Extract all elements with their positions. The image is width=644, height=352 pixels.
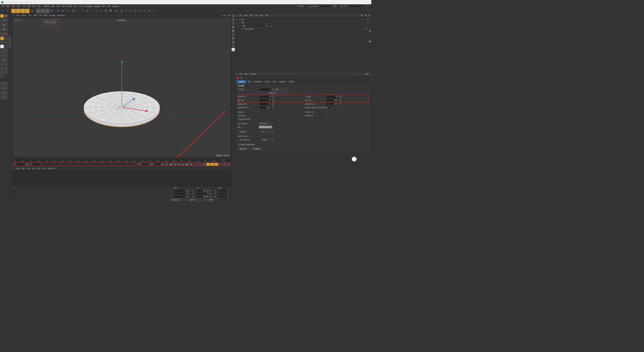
key-pla-toggle[interactable]: ◫ (222, 163, 226, 166)
field-menu[interactable]: ⊞ (95, 9, 99, 13)
spline-primitive[interactable]: 〰 (76, 9, 80, 13)
preview-min-field[interactable] (259, 103, 272, 105)
x-axis-lock[interactable]: Ⓧ (36, 9, 40, 13)
dock-icon-2[interactable]: ⊕ (232, 18, 235, 21)
dock-icon-6[interactable]: ◫ (232, 33, 235, 36)
apply-button[interactable]: 应用 (207, 198, 215, 201)
small-tool-10[interactable]: · (0, 67, 4, 70)
small-tool-14[interactable]: · (0, 75, 4, 78)
menu-spline[interactable]: 样条 (32, 5, 36, 8)
dock-icon-10[interactable]: ◉ (232, 48, 235, 51)
small-tool-8[interactable]: · (0, 63, 4, 66)
menu-create[interactable]: 创建 (12, 5, 15, 8)
om-menu-bookmarks[interactable]: 书签 (265, 14, 269, 17)
z-axis-lock[interactable]: Ⓩ (45, 9, 50, 13)
color-picker-icon[interactable]: ✎ (273, 126, 274, 128)
menu-mesh[interactable]: 网格 (27, 5, 30, 8)
vp-menu-redshift[interactable]: Redshift (49, 15, 55, 16)
mat-menu-material[interactable]: 材质 (37, 167, 41, 170)
goto-start-button[interactable]: ⏮ (165, 163, 169, 166)
size-z-field[interactable] (196, 195, 212, 198)
am-menu-mode[interactable]: 模式 (239, 73, 243, 75)
tb-extra-6[interactable]: ◎ (142, 9, 147, 13)
project-scale-field[interactable] (259, 88, 272, 91)
lod-render-checkbox[interactable] (328, 106, 330, 108)
layout-config-icon[interactable]: ⚙ (366, 4, 370, 8)
pos-z-field[interactable] (174, 195, 190, 198)
vp-menu-view[interactable]: 查看 (16, 14, 20, 17)
use-motion-checkbox[interactable]: ✔ (259, 118, 261, 120)
save-preset-button[interactable]: 保存预设... (251, 147, 263, 150)
am-hamburger-icon[interactable]: ≡ (236, 73, 237, 75)
min-time-field[interactable] (259, 99, 272, 102)
om-item-cloner[interactable]: ⊟⊞ 克隆 ✔◐ (236, 24, 275, 27)
coord-mode-dropdown[interactable]: 对象 (相对) (170, 198, 187, 201)
load-preset-button[interactable]: 载入预设... (238, 147, 250, 150)
snap-toggle-2[interactable]: S (0, 45, 4, 48)
om-menu-object[interactable]: 对象 (255, 14, 258, 17)
menu-insydium[interactable]: INSYDIUM (84, 6, 92, 7)
size-y-field[interactable] (196, 193, 212, 195)
om-search-icon[interactable]: 🔍 (361, 14, 363, 16)
small-tool-11[interactable]: · (4, 67, 8, 70)
modeling-menu[interactable]: ▣ (85, 9, 90, 13)
vp-nav-icon-1[interactable]: ⊙ (222, 14, 223, 16)
tab-interpolation[interactable]: 帧插值 (287, 80, 295, 83)
menu-mograph[interactable]: 运动图形 (43, 5, 49, 8)
menu-character[interactable]: 角色 (51, 5, 55, 8)
menu-help[interactable]: 帮助 (107, 5, 110, 8)
menu-file[interactable]: 文件 (1, 5, 5, 8)
tab-references[interactable]: 参看 (271, 80, 278, 83)
vp-nav-icon-2[interactable]: ✥ (224, 14, 225, 16)
mat-menu-edit[interactable]: 编辑 (22, 167, 25, 170)
play-button[interactable]: ▶ (177, 163, 181, 166)
mode-model[interactable]: ⬡ (0, 18, 8, 22)
rot-h-field[interactable] (218, 190, 230, 192)
mat-menu-create[interactable]: 创建 (16, 167, 20, 170)
goto-end-button[interactable]: ⏭ (189, 163, 193, 166)
small-tool-1[interactable]: · (4, 37, 8, 40)
am-menu-userdata[interactable]: 用户数据 (250, 73, 256, 75)
mode-edge[interactable]: 〰 (0, 53, 8, 57)
am-nav-up-icon[interactable]: ↑ (364, 73, 365, 75)
preview-max-field[interactable] (326, 103, 339, 105)
move-tool[interactable]: ✥ (16, 9, 20, 13)
menu-volume[interactable]: 体积 (38, 5, 41, 8)
small-tool-4[interactable]: · (4, 41, 8, 44)
mode-axis[interactable]: ┗ (0, 32, 8, 36)
om-menu-tags[interactable]: 标签 (260, 14, 263, 17)
mode-object[interactable]: ⬢ (0, 27, 8, 31)
color-swatch[interactable] (259, 126, 272, 128)
vp-menu-filter[interactable]: 过滤 (39, 14, 42, 17)
fps-field[interactable] (259, 95, 272, 98)
tb-extra-5[interactable]: ◉ (138, 9, 142, 13)
tb-extra-1[interactable]: ◧ (114, 9, 119, 13)
am-menu-edit[interactable]: 编辑 (245, 73, 248, 75)
small-tool-7[interactable]: · (8, 45, 12, 48)
vp-menu-panel[interactable]: 面板 (44, 14, 48, 17)
range-slider[interactable] (42, 163, 136, 165)
mat-menu-texture[interactable]: 纹理 (43, 167, 46, 170)
om-eye-icon[interactable]: 👁 (369, 15, 370, 16)
snap-toggle-1[interactable]: S (0, 37, 4, 40)
status-hamburger-icon[interactable]: ≡ (14, 187, 15, 202)
coord-system[interactable]: 🌐 (50, 9, 54, 13)
scale-tool[interactable]: ⤢ (21, 9, 25, 13)
cube-primitive[interactable]: ⬢ (71, 9, 76, 13)
tool-brush[interactable]: ✎ (0, 95, 8, 99)
tool-lasso[interactable]: ◯ (0, 81, 8, 85)
mode-texture[interactable]: ▦ (0, 23, 8, 27)
menu-select[interactable]: 选择 (17, 5, 20, 8)
phong-tag-icon[interactable]: ◐ (270, 25, 272, 26)
menu-realflow[interactable]: RealFlow (112, 6, 119, 7)
small-tool-12[interactable]: · (0, 71, 4, 74)
project-end-field[interactable]: 250 F (149, 163, 161, 165)
input-profile-dropdown[interactable]: sRGB (261, 138, 274, 141)
use-animation-checkbox[interactable]: ✔ (259, 111, 261, 113)
tool-rect-select[interactable]: ▭ (0, 86, 8, 90)
vp-hamburger-icon[interactable]: ≡ (14, 15, 15, 16)
menu-tracker[interactable]: 跟踪器 (67, 5, 72, 8)
dock-icon-1[interactable]: ✥ (232, 14, 235, 17)
layout-dropdown[interactable]: 启动 (用户) (338, 5, 365, 8)
nodespace-dropdown[interactable]: 当前 (标准/物理) (306, 5, 332, 8)
